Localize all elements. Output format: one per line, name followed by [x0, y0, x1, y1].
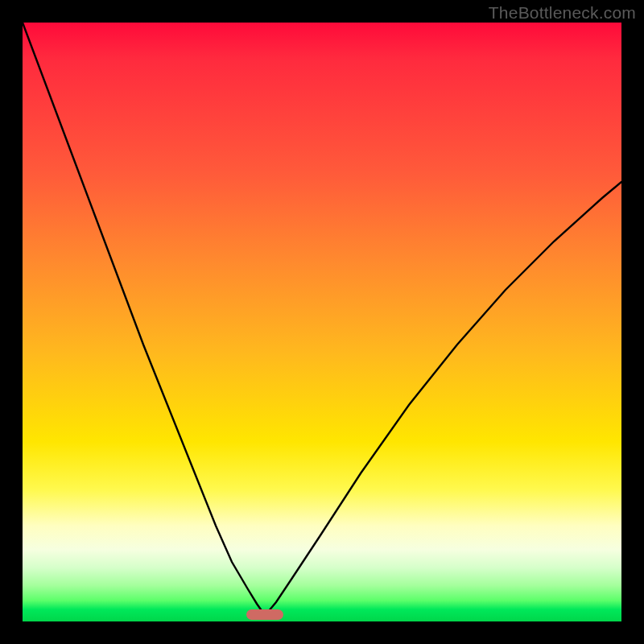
chart-frame: TheBottleneck.com: [0, 0, 644, 644]
right-curve: [268, 182, 621, 612]
minimum-marker: [246, 609, 283, 620]
left-curve: [23, 23, 262, 612]
plot-area: [23, 23, 621, 621]
watermark-text: TheBottleneck.com: [489, 3, 636, 23]
curve-layer: [23, 23, 621, 621]
